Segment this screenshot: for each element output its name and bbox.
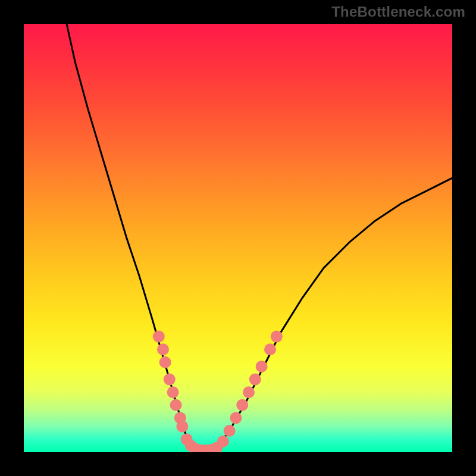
curve-marker xyxy=(230,412,242,424)
curve-marker xyxy=(236,399,248,411)
curve-marker xyxy=(224,425,236,437)
plot-area xyxy=(24,24,452,452)
curve-marker xyxy=(271,331,283,343)
curve-markers xyxy=(153,331,283,452)
curve-marker xyxy=(256,361,268,372)
bottleneck-curve xyxy=(67,24,452,452)
curve-path xyxy=(67,24,452,452)
curve-marker xyxy=(176,421,188,433)
curve-marker xyxy=(164,374,176,386)
curve-marker xyxy=(264,343,276,355)
watermark-text: TheBottleneck.com xyxy=(331,4,465,20)
chart-frame: TheBottleneck.com xyxy=(0,0,476,476)
curve-layer xyxy=(24,24,452,452)
curve-marker xyxy=(153,331,165,343)
curve-marker xyxy=(249,374,261,386)
curve-marker xyxy=(159,356,171,368)
curve-marker xyxy=(217,436,229,447)
curve-marker xyxy=(157,343,169,355)
curve-marker xyxy=(170,399,182,411)
curve-marker xyxy=(167,386,179,398)
curve-marker xyxy=(243,386,255,398)
